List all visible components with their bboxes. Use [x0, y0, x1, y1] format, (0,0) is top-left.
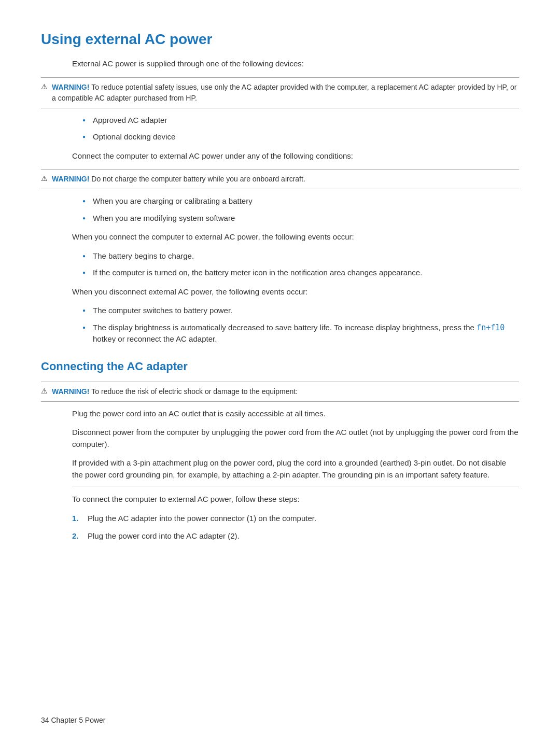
step-text-1: Plug the AC adapter into the power conne…: [88, 513, 316, 525]
warning-icon-2: ⚠: [41, 174, 48, 182]
warning-label-2: WARNING!: [52, 175, 89, 183]
warning-label-3: WARNING!: [52, 387, 89, 396]
page-container: Using external AC power External AC powe…: [0, 0, 560, 591]
bullet-list-1: Approved AC adapter Optional docking dev…: [82, 115, 519, 143]
body-text-2: When you connect the computer to externa…: [72, 231, 519, 243]
steps-list: 1. Plug the AC adapter into the power co…: [72, 513, 519, 542]
list-item: 2. Plug the power cord into the AC adapt…: [72, 530, 519, 542]
bullet-list-3: The battery begins to charge. If the com…: [82, 250, 519, 279]
list-item: When you are charging or calibrating a b…: [82, 195, 519, 207]
warning-box-3: ⚠ WARNING!To reduce the risk of electric…: [41, 382, 519, 402]
body-text-5: Disconnect power from the computer by un…: [72, 427, 519, 450]
intro-text-1: External AC power is supplied through on…: [72, 58, 519, 70]
body-text-6: If provided with a 3-pin attachment plug…: [72, 457, 519, 481]
warning-box-2: ⚠ WARNING!Do not charge the computer bat…: [41, 169, 519, 189]
step-num-2: 2.: [72, 530, 82, 542]
list-item: The battery begins to charge.: [82, 250, 519, 262]
bullet-list-4: The computer switches to battery power. …: [82, 305, 519, 345]
list-item: Approved AC adapter: [82, 115, 519, 126]
body-text-4: Plug the power cord into an AC outlet th…: [72, 408, 519, 420]
step-text-2: Plug the power cord into the AC adapter …: [88, 530, 240, 542]
list-item: 1. Plug the AC adapter into the power co…: [72, 513, 519, 525]
warning-text-3: WARNING!To reduce the risk of electric s…: [52, 386, 298, 397]
warning-label-1: WARNING!: [52, 83, 89, 91]
section2-title: Connecting the AC adapter: [41, 360, 519, 373]
section1-title: Using external AC power: [41, 31, 519, 48]
warning-icon-3: ⚠: [41, 387, 48, 395]
warning-box-1: ⚠ WARNING!To reduce potential safety iss…: [41, 77, 519, 108]
body-text-7: To connect the computer to external AC p…: [72, 494, 519, 505]
list-item: Optional docking device: [82, 131, 519, 143]
warning-icon-1: ⚠: [41, 82, 48, 91]
warning-text-1: WARNING!To reduce potential safety issue…: [52, 82, 519, 104]
list-item: The computer switches to battery power.: [82, 305, 519, 317]
list-item: When you are modifying system software: [82, 213, 519, 224]
body-text-3: When you disconnect external AC power, t…: [72, 286, 519, 298]
body-text-1: Connect the computer to external AC powe…: [72, 150, 519, 162]
bullet-list-2: When you are charging or calibrating a b…: [82, 195, 519, 224]
page-footer: 34 Chapter 5 Power: [41, 716, 106, 724]
warning-text-2: WARNING!Do not charge the computer batte…: [52, 174, 305, 185]
hotkey-link[interactable]: fn+f10: [477, 323, 505, 332]
step-num-1: 1.: [72, 513, 82, 525]
list-item: If the computer is turned on, the batter…: [82, 267, 519, 279]
list-item: The display brightness is automatically …: [82, 322, 519, 345]
